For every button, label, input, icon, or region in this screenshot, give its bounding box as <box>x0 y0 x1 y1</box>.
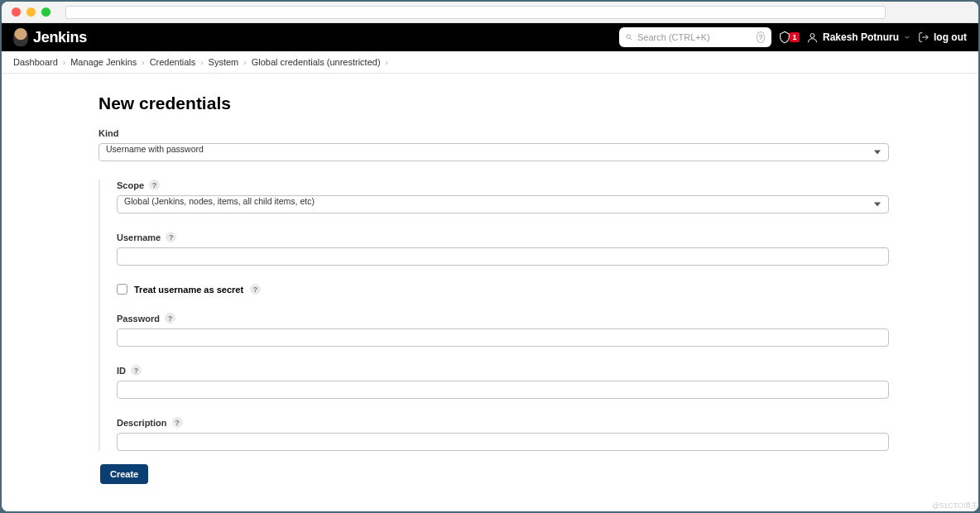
password-label: Password <box>117 314 160 324</box>
chevron-right-icon: › <box>63 58 65 67</box>
username-input[interactable] <box>117 247 889 266</box>
scope-select[interactable]: Global (Jenkins, nodes, items, all child… <box>117 195 889 213</box>
scope-label: Scope <box>117 180 144 190</box>
jenkins-logo[interactable]: Jenkins <box>13 28 87 46</box>
chevron-right-icon: › <box>200 58 203 67</box>
user-menu[interactable]: Rakesh Potnuru <box>806 31 911 44</box>
create-button[interactable]: Create <box>100 464 148 484</box>
breadcrumb: Dashboard › Manage Jenkins › Credentials… <box>2 51 978 74</box>
notification-indicator[interactable]: 1 <box>778 31 800 44</box>
svg-line-1 <box>630 38 632 40</box>
treat-secret-label: Treat username as secret <box>134 285 243 295</box>
svg-point-2 <box>810 33 814 37</box>
id-label: ID <box>117 366 126 376</box>
help-icon[interactable]: ? <box>172 417 183 428</box>
traffic-lights <box>12 7 50 17</box>
main-content: New credentials Kind Username with passw… <box>2 74 978 511</box>
username-label: Username <box>117 233 161 242</box>
help-icon[interactable]: ? <box>166 232 176 242</box>
crumb-system[interactable]: System <box>209 57 239 67</box>
chevron-right-icon: › <box>386 58 388 67</box>
page-title: New credentials <box>98 93 889 113</box>
jenkins-logo-icon <box>13 28 28 46</box>
description-input[interactable] <box>117 433 889 451</box>
kind-select[interactable]: Username with password <box>98 143 889 161</box>
help-icon[interactable]: ? <box>165 313 175 324</box>
chevron-right-icon: › <box>243 58 246 67</box>
id-input[interactable] <box>117 381 889 399</box>
user-icon <box>806 31 819 44</box>
app-header: Jenkins ? 1 Rakesh Potnuru log out <box>2 23 978 51</box>
help-icon[interactable]: ? <box>131 365 142 376</box>
svg-point-0 <box>627 35 631 39</box>
url-bar[interactable] <box>65 6 886 19</box>
crumb-dashboard[interactable]: Dashboard <box>13 57 58 67</box>
kind-label: Kind <box>98 128 889 138</box>
search-help-icon[interactable]: ? <box>757 31 765 43</box>
help-icon[interactable]: ? <box>149 180 160 190</box>
minimize-window-icon[interactable] <box>26 7 36 17</box>
browser-titlebar <box>2 2 978 23</box>
crumb-global[interactable]: Global credentials (unrestricted) <box>252 57 381 67</box>
notification-badge: 1 <box>790 32 800 42</box>
watermark: @51CTO博主 <box>932 501 978 511</box>
crumb-manage[interactable]: Manage Jenkins <box>70 57 137 67</box>
password-input[interactable] <box>117 328 889 347</box>
close-window-icon[interactable] <box>12 7 21 17</box>
search-icon <box>626 32 632 42</box>
chevron-down-icon <box>903 33 911 41</box>
app-name: Jenkins <box>33 29 87 46</box>
description-label: Description <box>117 418 167 428</box>
treat-secret-checkbox[interactable] <box>117 284 127 295</box>
logout-button[interactable]: log out <box>918 31 967 43</box>
username-label: Rakesh Potnuru <box>823 31 899 43</box>
chevron-right-icon: › <box>142 58 144 67</box>
logout-icon <box>918 31 930 43</box>
search-input[interactable] <box>637 32 752 42</box>
crumb-credentials[interactable]: Credentials <box>150 57 196 67</box>
maximize-window-icon[interactable] <box>41 7 50 17</box>
logout-label: log out <box>934 31 967 43</box>
search-container: ? <box>619 27 771 47</box>
help-icon[interactable]: ? <box>250 284 261 295</box>
